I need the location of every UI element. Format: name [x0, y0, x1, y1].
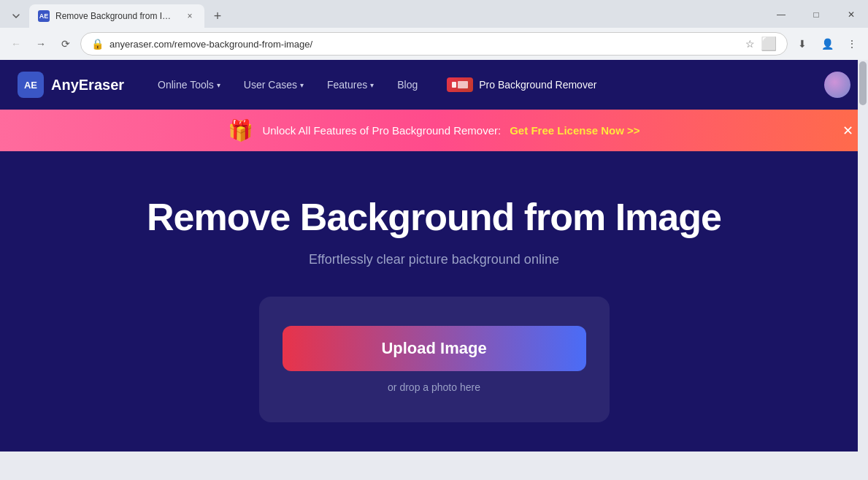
url-text: anyeraser.com/remove-background-from-ima…: [110, 39, 740, 50]
tab-title: Remove Background from Imac...: [55, 11, 178, 21]
navbar: AE AnyEraser Online Tools ▾ User Cases ▾…: [0, 60, 868, 110]
nav-item-user-cases[interactable]: User Cases ▾: [234, 73, 314, 96]
star-icon[interactable]: ☆: [745, 38, 755, 50]
refresh-button[interactable]: ⟳: [55, 34, 76, 54]
menu-button[interactable]: ⋮: [842, 34, 862, 54]
back-button[interactable]: ←: [6, 34, 26, 54]
hero-title: Remove Background from Image: [18, 195, 850, 239]
hero-section: Remove Background from Image Effortlessl…: [0, 151, 868, 452]
profile-button[interactable]: 👤: [817, 34, 837, 54]
tab-close-button[interactable]: ×: [184, 10, 196, 22]
promo-banner: 🎁 Unlock All Features of Pro Background …: [0, 110, 868, 151]
scrollbar-track: [858, 60, 868, 452]
active-tab[interactable]: AE Remove Background from Imac... ×: [29, 4, 204, 28]
logo[interactable]: AE AnyEraser: [18, 72, 124, 98]
extensions-icon[interactable]: ⬜: [761, 36, 777, 52]
banner-close-button[interactable]: ✕: [839, 122, 856, 140]
lock-icon: 🔒: [91, 38, 104, 50]
pro-background-remover-button[interactable]: Pro Background Remover: [437, 72, 607, 98]
banner-text: Unlock All Features of Pro Background Re…: [262, 124, 501, 137]
drop-text: or drop a photo here: [283, 381, 586, 393]
tab-favicon: AE: [38, 10, 50, 22]
maximize-button[interactable]: □: [799, 3, 833, 26]
new-tab-button[interactable]: +: [207, 6, 228, 26]
user-avatar[interactable]: [824, 72, 850, 98]
chevron-down-icon: ▾: [370, 81, 374, 89]
chevron-down-icon: ▾: [300, 81, 304, 89]
nav-item-features[interactable]: Features ▾: [317, 73, 384, 96]
logo-icon: AE: [18, 72, 44, 98]
nav-item-online-tools[interactable]: Online Tools ▾: [147, 73, 231, 96]
brand-name: AnyEraser: [51, 77, 124, 94]
pro-button-label: Pro Background Remover: [479, 79, 596, 91]
gift-icon: 🎁: [228, 118, 253, 142]
scrollbar-thumb[interactable]: [859, 61, 867, 105]
pro-icon: [447, 77, 473, 92]
chevron-down-icon: ▾: [217, 81, 220, 89]
avatar-image: [824, 72, 850, 98]
tab-list-button[interactable]: [6, 6, 26, 26]
download-button[interactable]: ⬇: [792, 34, 813, 54]
upload-area: Upload Image or drop a photo here: [259, 297, 610, 422]
svg-rect-1: [458, 81, 468, 88]
nav-items: Online Tools ▾ User Cases ▾ Features ▾ B…: [147, 72, 818, 98]
forward-button[interactable]: →: [31, 34, 51, 54]
address-bar[interactable]: 🔒 anyeraser.com/remove-background-from-i…: [80, 32, 788, 56]
hero-subtitle: Effortlessly clear picture background on…: [18, 252, 850, 267]
svg-rect-0: [452, 82, 456, 88]
close-button[interactable]: ✕: [834, 3, 868, 26]
get-license-link[interactable]: Get Free License Now >>: [510, 124, 640, 137]
minimize-button[interactable]: —: [764, 3, 798, 26]
nav-item-blog[interactable]: Blog: [387, 73, 428, 96]
upload-image-button[interactable]: Upload Image: [283, 326, 586, 371]
